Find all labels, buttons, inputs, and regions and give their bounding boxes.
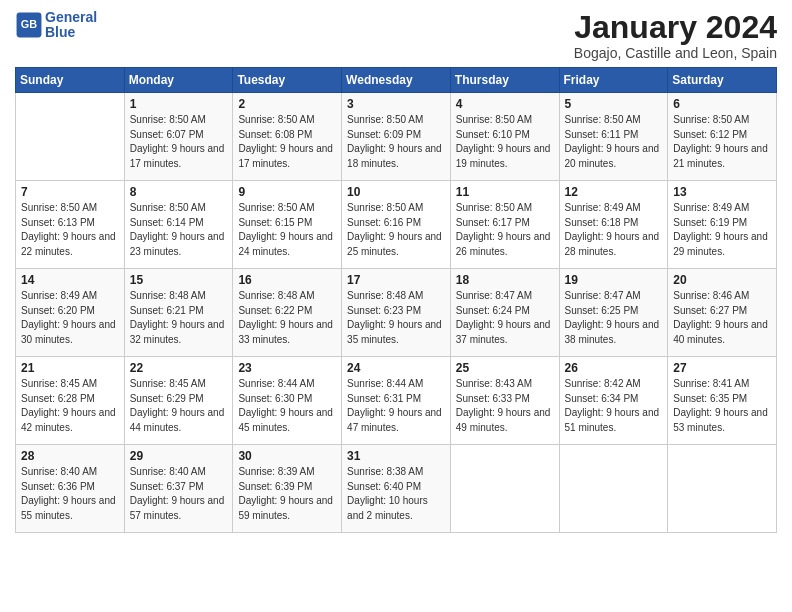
cell-w4-d7: 27Sunrise: 8:41 AMSunset: 6:35 PMDayligh… <box>668 357 777 445</box>
logo: GB General Blue <box>15 10 97 41</box>
cell-w5-d1: 28Sunrise: 8:40 AMSunset: 6:36 PMDayligh… <box>16 445 125 533</box>
day-number: 31 <box>347 449 445 463</box>
calendar-body: 1Sunrise: 8:50 AMSunset: 6:07 PMDaylight… <box>16 93 777 533</box>
day-info: Sunrise: 8:45 AMSunset: 6:29 PMDaylight:… <box>130 377 228 435</box>
title-block: January 2024 Bogajo, Castille and Leon, … <box>574 10 777 61</box>
day-info: Sunrise: 8:42 AMSunset: 6:34 PMDaylight:… <box>565 377 663 435</box>
cell-w2-d4: 10Sunrise: 8:50 AMSunset: 6:16 PMDayligh… <box>342 181 451 269</box>
day-number: 4 <box>456 97 554 111</box>
day-number: 3 <box>347 97 445 111</box>
cell-w4-d1: 21Sunrise: 8:45 AMSunset: 6:28 PMDayligh… <box>16 357 125 445</box>
cell-w1-d3: 2Sunrise: 8:50 AMSunset: 6:08 PMDaylight… <box>233 93 342 181</box>
day-info: Sunrise: 8:44 AMSunset: 6:31 PMDaylight:… <box>347 377 445 435</box>
day-info: Sunrise: 8:50 AMSunset: 6:14 PMDaylight:… <box>130 201 228 259</box>
day-number: 30 <box>238 449 336 463</box>
day-info: Sunrise: 8:41 AMSunset: 6:35 PMDaylight:… <box>673 377 771 435</box>
day-info: Sunrise: 8:47 AMSunset: 6:25 PMDaylight:… <box>565 289 663 347</box>
day-info: Sunrise: 8:50 AMSunset: 6:10 PMDaylight:… <box>456 113 554 171</box>
header-monday: Monday <box>124 68 233 93</box>
header-saturday: Saturday <box>668 68 777 93</box>
cell-w5-d3: 30Sunrise: 8:39 AMSunset: 6:39 PMDayligh… <box>233 445 342 533</box>
day-number: 14 <box>21 273 119 287</box>
day-number: 9 <box>238 185 336 199</box>
cell-w3-d6: 19Sunrise: 8:47 AMSunset: 6:25 PMDayligh… <box>559 269 668 357</box>
cell-w1-d4: 3Sunrise: 8:50 AMSunset: 6:09 PMDaylight… <box>342 93 451 181</box>
day-number: 28 <box>21 449 119 463</box>
day-number: 19 <box>565 273 663 287</box>
week-row-5: 28Sunrise: 8:40 AMSunset: 6:36 PMDayligh… <box>16 445 777 533</box>
day-number: 1 <box>130 97 228 111</box>
week-row-1: 1Sunrise: 8:50 AMSunset: 6:07 PMDaylight… <box>16 93 777 181</box>
day-number: 15 <box>130 273 228 287</box>
day-number: 6 <box>673 97 771 111</box>
day-info: Sunrise: 8:50 AMSunset: 6:09 PMDaylight:… <box>347 113 445 171</box>
day-number: 17 <box>347 273 445 287</box>
cell-w3-d7: 20Sunrise: 8:46 AMSunset: 6:27 PMDayligh… <box>668 269 777 357</box>
day-number: 27 <box>673 361 771 375</box>
cell-w3-d4: 17Sunrise: 8:48 AMSunset: 6:23 PMDayligh… <box>342 269 451 357</box>
day-info: Sunrise: 8:50 AMSunset: 6:15 PMDaylight:… <box>238 201 336 259</box>
cell-w1-d6: 5Sunrise: 8:50 AMSunset: 6:11 PMDaylight… <box>559 93 668 181</box>
day-info: Sunrise: 8:49 AMSunset: 6:20 PMDaylight:… <box>21 289 119 347</box>
cell-w1-d7: 6Sunrise: 8:50 AMSunset: 6:12 PMDaylight… <box>668 93 777 181</box>
cell-w5-d4: 31Sunrise: 8:38 AMSunset: 6:40 PMDayligh… <box>342 445 451 533</box>
cell-w2-d2: 8Sunrise: 8:50 AMSunset: 6:14 PMDaylight… <box>124 181 233 269</box>
day-number: 20 <box>673 273 771 287</box>
header-tuesday: Tuesday <box>233 68 342 93</box>
day-info: Sunrise: 8:38 AMSunset: 6:40 PMDaylight:… <box>347 465 445 523</box>
cell-w5-d2: 29Sunrise: 8:40 AMSunset: 6:37 PMDayligh… <box>124 445 233 533</box>
cell-w2-d5: 11Sunrise: 8:50 AMSunset: 6:17 PMDayligh… <box>450 181 559 269</box>
day-number: 24 <box>347 361 445 375</box>
location: Bogajo, Castille and Leon, Spain <box>574 45 777 61</box>
cell-w4-d6: 26Sunrise: 8:42 AMSunset: 6:34 PMDayligh… <box>559 357 668 445</box>
cell-w2-d1: 7Sunrise: 8:50 AMSunset: 6:13 PMDaylight… <box>16 181 125 269</box>
day-info: Sunrise: 8:48 AMSunset: 6:22 PMDaylight:… <box>238 289 336 347</box>
header-sunday: Sunday <box>16 68 125 93</box>
day-info: Sunrise: 8:47 AMSunset: 6:24 PMDaylight:… <box>456 289 554 347</box>
day-number: 16 <box>238 273 336 287</box>
day-number: 25 <box>456 361 554 375</box>
header-wednesday: Wednesday <box>342 68 451 93</box>
day-number: 13 <box>673 185 771 199</box>
week-row-2: 7Sunrise: 8:50 AMSunset: 6:13 PMDaylight… <box>16 181 777 269</box>
day-number: 22 <box>130 361 228 375</box>
cell-w1-d1 <box>16 93 125 181</box>
day-number: 8 <box>130 185 228 199</box>
cell-w5-d5 <box>450 445 559 533</box>
day-number: 5 <box>565 97 663 111</box>
day-number: 12 <box>565 185 663 199</box>
cell-w1-d2: 1Sunrise: 8:50 AMSunset: 6:07 PMDaylight… <box>124 93 233 181</box>
day-info: Sunrise: 8:50 AMSunset: 6:11 PMDaylight:… <box>565 113 663 171</box>
header-row: SundayMondayTuesdayWednesdayThursdayFrid… <box>16 68 777 93</box>
cell-w4-d5: 25Sunrise: 8:43 AMSunset: 6:33 PMDayligh… <box>450 357 559 445</box>
day-info: Sunrise: 8:40 AMSunset: 6:37 PMDaylight:… <box>130 465 228 523</box>
day-number: 11 <box>456 185 554 199</box>
month-title: January 2024 <box>574 10 777 45</box>
cell-w4-d4: 24Sunrise: 8:44 AMSunset: 6:31 PMDayligh… <box>342 357 451 445</box>
day-number: 23 <box>238 361 336 375</box>
header-thursday: Thursday <box>450 68 559 93</box>
day-info: Sunrise: 8:50 AMSunset: 6:13 PMDaylight:… <box>21 201 119 259</box>
logo-icon: GB <box>15 11 43 39</box>
cell-w5-d6 <box>559 445 668 533</box>
day-number: 21 <box>21 361 119 375</box>
cell-w3-d3: 16Sunrise: 8:48 AMSunset: 6:22 PMDayligh… <box>233 269 342 357</box>
cell-w3-d5: 18Sunrise: 8:47 AMSunset: 6:24 PMDayligh… <box>450 269 559 357</box>
day-info: Sunrise: 8:40 AMSunset: 6:36 PMDaylight:… <box>21 465 119 523</box>
header-friday: Friday <box>559 68 668 93</box>
logo-line2: Blue <box>45 25 97 40</box>
header: GB General Blue January 2024 Bogajo, Cas… <box>15 10 777 61</box>
day-number: 29 <box>130 449 228 463</box>
day-info: Sunrise: 8:48 AMSunset: 6:23 PMDaylight:… <box>347 289 445 347</box>
calendar-page: GB General Blue January 2024 Bogajo, Cas… <box>0 0 792 612</box>
day-info: Sunrise: 8:50 AMSunset: 6:16 PMDaylight:… <box>347 201 445 259</box>
day-number: 2 <box>238 97 336 111</box>
day-info: Sunrise: 8:49 AMSunset: 6:18 PMDaylight:… <box>565 201 663 259</box>
cell-w3-d2: 15Sunrise: 8:48 AMSunset: 6:21 PMDayligh… <box>124 269 233 357</box>
day-info: Sunrise: 8:45 AMSunset: 6:28 PMDaylight:… <box>21 377 119 435</box>
cell-w4-d2: 22Sunrise: 8:45 AMSunset: 6:29 PMDayligh… <box>124 357 233 445</box>
svg-text:GB: GB <box>21 19 37 31</box>
day-info: Sunrise: 8:48 AMSunset: 6:21 PMDaylight:… <box>130 289 228 347</box>
cell-w5-d7 <box>668 445 777 533</box>
day-info: Sunrise: 8:50 AMSunset: 6:08 PMDaylight:… <box>238 113 336 171</box>
